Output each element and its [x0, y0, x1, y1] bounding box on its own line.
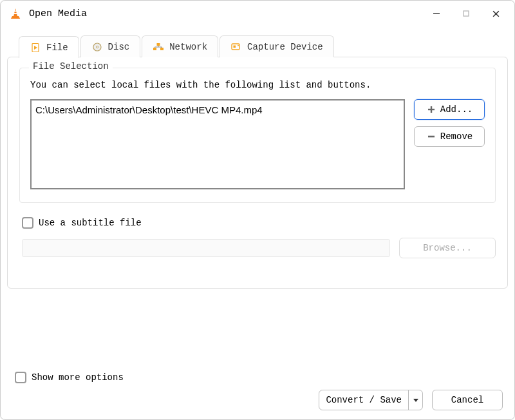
dialog-footer: Convert / Save Cancel: [319, 390, 503, 410]
use-subtitle-label: Use a subtitle file: [39, 218, 142, 228]
cancel-button[interactable]: Cancel: [432, 390, 503, 410]
tab-label: Network: [169, 42, 207, 52]
close-button[interactable]: [481, 3, 510, 24]
tab-label: Disc: [108, 42, 130, 52]
file-selection-group: File Selection You can select local file…: [19, 68, 496, 203]
minus-icon: [426, 131, 436, 142]
button-label: Remove: [440, 131, 473, 142]
tab-network[interactable]: Network: [142, 35, 218, 57]
svg-marker-0: [14, 8, 17, 17]
svg-point-11: [96, 46, 98, 48]
chevron-down-icon: [413, 397, 419, 403]
svg-marker-25: [413, 399, 418, 402]
remove-button[interactable]: Remove: [414, 126, 485, 147]
maximize-button[interactable]: [451, 3, 481, 24]
minimize-button[interactable]: [422, 3, 451, 24]
svg-rect-13: [160, 48, 164, 50]
window-controls: [422, 3, 510, 24]
browse-button: Browse...: [399, 238, 496, 258]
show-more-options-checkbox[interactable]: [15, 372, 26, 383]
button-label: Cancel: [451, 395, 483, 405]
subtitle-path-input: [22, 239, 390, 257]
svg-rect-12: [153, 48, 156, 50]
show-more-options-label: Show more options: [32, 372, 124, 383]
svg-rect-1: [14, 11, 17, 12]
file-tab-panel: File Selection You can select local file…: [7, 57, 508, 289]
plus-icon: [426, 104, 436, 115]
vlc-cone-icon: [8, 6, 23, 21]
convert-save-button[interactable]: Convert / Save: [319, 390, 423, 410]
add-button[interactable]: Add...: [414, 99, 485, 120]
button-label: Add...: [440, 104, 473, 115]
convert-save-dropdown[interactable]: [408, 390, 422, 410]
show-more-options-row: Show more options: [15, 372, 124, 383]
tab-file[interactable]: File: [19, 36, 79, 58]
svg-rect-20: [234, 45, 236, 48]
open-media-window: Open Media File: [0, 0, 515, 420]
titlebar: Open Media: [1, 1, 514, 26]
subtitle-section: Use a subtitle file Browse...: [19, 217, 496, 258]
svg-rect-2: [14, 13, 17, 14]
disc-icon: [91, 41, 103, 53]
network-icon: [153, 41, 164, 53]
tab-label: File: [46, 43, 68, 53]
svg-rect-14: [157, 43, 160, 46]
button-label[interactable]: Convert / Save: [319, 390, 408, 410]
media-source-tabs: File Disc Network Capture Device: [7, 35, 508, 57]
window-title: Open Media: [29, 8, 422, 19]
capture-device-icon: [230, 41, 242, 53]
use-subtitle-checkbox[interactable]: [22, 217, 33, 229]
file-icon: [30, 42, 41, 53]
tab-label: Capture Device: [247, 42, 323, 52]
file-list-item[interactable]: C:\Users\Administrator\Desktop\test\HEVC…: [35, 104, 400, 115]
button-label: Browse...: [423, 243, 472, 253]
file-selection-help: You can select local files with the foll…: [30, 80, 485, 90]
file-list[interactable]: C:\Users\Administrator\Desktop\test\HEVC…: [30, 99, 405, 189]
svg-rect-5: [464, 11, 469, 16]
tab-capture-device[interactable]: Capture Device: [220, 35, 334, 57]
svg-point-21: [238, 44, 239, 46]
svg-marker-3: [11, 16, 20, 19]
dialog-body: File Disc Network Capture Device: [1, 26, 514, 419]
file-selection-legend: File Selection: [29, 61, 113, 72]
tab-disc[interactable]: Disc: [80, 35, 141, 57]
